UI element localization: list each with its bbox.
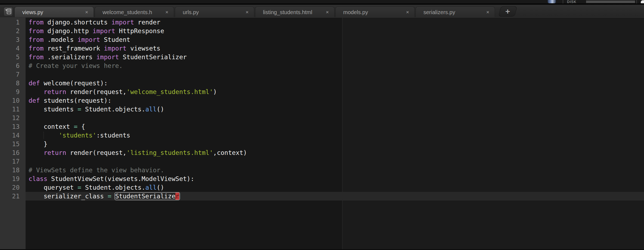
code-text: def students(request): (26, 96, 644, 105)
line-number: 9 (0, 88, 26, 96)
code-line[interactable]: 14 'students':students (0, 131, 644, 140)
code-line[interactable]: 3from .models import Student (0, 35, 644, 44)
code-text: from django.shortcuts import render (26, 18, 644, 27)
code-line[interactable]: 6# Create your views here. (0, 61, 644, 70)
close-icon[interactable]: × (163, 9, 168, 15)
code-line[interactable]: 21 serializer_class = StudentSerializer (0, 192, 644, 201)
close-icon[interactable]: × (324, 9, 329, 15)
line-number: 13 (0, 122, 26, 131)
code-text: return render(request,'welcome_students.… (26, 88, 644, 96)
code-lines: 1from django.shortcuts import render2fro… (0, 18, 644, 201)
code-token: = (74, 123, 78, 130)
status-glyph-icon (641, 0, 644, 3)
code-token: } (29, 140, 47, 148)
code-text: from rest_framework import viewsets (26, 44, 644, 53)
code-token: import (112, 19, 134, 26)
tab-models-py[interactable]: models.py× (335, 7, 415, 18)
code-line[interactable]: 15 } (0, 140, 644, 148)
code-token: = (108, 193, 112, 200)
code-token: StudentSerialize (115, 193, 176, 200)
code-text: from .serializers import StudentSerializ… (26, 53, 644, 61)
code-line[interactable]: 18# ViewSets define the view behavior. (0, 166, 644, 174)
code-token: welcome(request): (40, 80, 108, 87)
code-line[interactable]: 5from .serializers import StudentSeriali… (0, 53, 644, 61)
tab-views-py[interactable]: views.py× (14, 7, 94, 18)
code-token: :students (96, 132, 130, 139)
code-text (26, 70, 644, 79)
code-token: from (29, 45, 44, 52)
code-token: Student.objects. (81, 106, 145, 113)
code-text: } (26, 140, 644, 148)
code-token: rest_framework (44, 45, 104, 52)
tray-app-icon[interactable] (548, 0, 556, 3)
code-line[interactable]: 1from django.shortcuts import render (0, 18, 644, 27)
code-token: import (78, 36, 100, 43)
line-number: 4 (0, 44, 26, 53)
code-line[interactable]: 9 return render(request,'welcome_student… (0, 88, 644, 96)
code-token: return (44, 149, 66, 156)
code-token: 'listing_students.html' (126, 149, 213, 156)
code-editor-window: DISK views.py×welcome_students.h×urls.py… (0, 0, 644, 250)
code-token: from (29, 27, 44, 35)
code-line[interactable]: 4from rest_framework import viewsets (0, 44, 644, 53)
code-line[interactable]: 13 context = { (0, 122, 644, 131)
disk-label: DISK (567, 0, 576, 4)
code-line[interactable]: 7 (0, 70, 644, 79)
code-token: students (29, 106, 78, 113)
code-token: from (29, 19, 44, 26)
code-token: HttpResponse (115, 27, 164, 35)
code-text: from django.http import HttpResponse (26, 27, 644, 35)
code-token: context (29, 123, 74, 130)
new-tab-button[interactable]: + (498, 6, 517, 17)
tab-label: listing_students.html (263, 9, 324, 15)
code-token: render(request, (66, 149, 126, 156)
code-token: render (134, 19, 160, 26)
code-line[interactable]: 10def students(request): (0, 96, 644, 105)
code-line[interactable]: 2from django.http import HttpResponse (0, 27, 644, 35)
close-icon[interactable]: × (404, 9, 409, 15)
code-token: class (29, 175, 47, 182)
code-token: django.http (44, 27, 92, 35)
code-text: def welcome(request): (26, 79, 644, 88)
code-token: queryset (29, 184, 78, 191)
code-token: from (29, 36, 44, 43)
system-status-strip: DISK (0, 0, 644, 4)
line-number: 15 (0, 140, 26, 148)
code-token: .models (44, 36, 78, 43)
code-line[interactable]: 17 (0, 157, 644, 166)
code-text: serializer_class = StudentSerializer (26, 192, 644, 201)
code-text: # Create your views here. (26, 61, 644, 70)
code-line[interactable]: 11 students = Student.objects.all() (0, 105, 644, 114)
tab-label: serializers.py (423, 9, 484, 15)
sidebar-toggle-button[interactable] (4, 7, 13, 16)
code-token: = (78, 106, 81, 113)
code-text: # ViewSets define the view behavior. (26, 166, 644, 174)
close-icon[interactable]: × (243, 9, 249, 15)
close-icon[interactable]: × (484, 9, 489, 15)
tab-serializers-py[interactable]: serializers.py× (416, 7, 495, 18)
code-token: render(request, (66, 88, 126, 95)
tab-urls-py[interactable]: urls.py× (175, 7, 254, 18)
line-number: 8 (0, 79, 26, 88)
close-icon[interactable]: × (83, 9, 88, 15)
file-list-icon (7, 9, 11, 14)
code-text: from .models import Student (26, 35, 644, 44)
code-token (29, 149, 44, 156)
code-line[interactable]: 12 (0, 114, 644, 122)
code-text: return render(request,'listing_students.… (26, 148, 644, 157)
code-line[interactable]: 8def welcome(request): (0, 79, 644, 88)
autocomplete-highlight-box: StudentSerializer (114, 192, 180, 200)
code-text (26, 157, 644, 166)
code-line[interactable]: 16 return render(request,'listing_studen… (0, 148, 644, 157)
tab-label: models.py (343, 9, 404, 15)
indent-guide (44, 132, 44, 139)
editor-pane[interactable]: 1from django.shortcuts import render2fro… (0, 18, 644, 250)
code-text (26, 114, 644, 122)
line-number: 7 (0, 70, 26, 79)
code-line[interactable]: 19class StudentViewSet(viewsets.ModelVie… (0, 174, 644, 183)
code-token: ) (213, 88, 217, 95)
tab-welcome-students-h[interactable]: welcome_students.h× (95, 7, 174, 18)
code-line[interactable]: 20 queryset = Student.objects.all() (0, 183, 644, 192)
code-token: import (104, 45, 126, 52)
tab-listing-students-html[interactable]: listing_students.html× (255, 7, 335, 18)
